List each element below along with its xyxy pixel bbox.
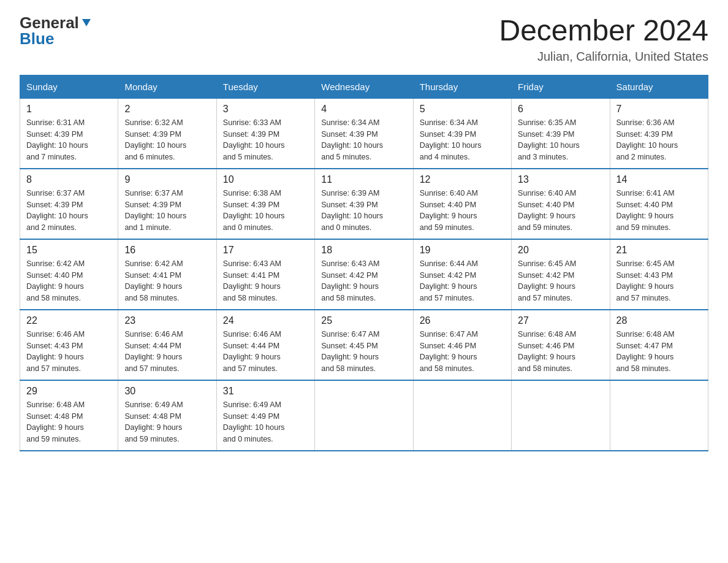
calendar-cell: 26Sunrise: 6:47 AMSunset: 4:46 PMDayligh…	[413, 310, 511, 380]
calendar-cell: 5Sunrise: 6:34 AMSunset: 4:39 PMDaylight…	[413, 98, 511, 169]
day-number: 17	[223, 245, 308, 256]
location-title: Julian, California, United States	[499, 50, 708, 64]
calendar-body: 1Sunrise: 6:31 AMSunset: 4:39 PMDaylight…	[20, 98, 708, 451]
day-number: 27	[518, 315, 603, 326]
day-number: 20	[518, 245, 603, 256]
day-info: Sunrise: 6:46 AMSunset: 4:44 PMDaylight:…	[223, 329, 308, 375]
calendar-cell: 19Sunrise: 6:44 AMSunset: 4:42 PMDayligh…	[413, 239, 511, 310]
day-info: Sunrise: 6:32 AMSunset: 4:39 PMDaylight:…	[124, 117, 210, 163]
calendar-cell: 16Sunrise: 6:42 AMSunset: 4:41 PMDayligh…	[118, 239, 216, 310]
calendar-cell: 7Sunrise: 6:36 AMSunset: 4:39 PMDaylight…	[610, 98, 708, 169]
day-info: Sunrise: 6:40 AMSunset: 4:40 PMDaylight:…	[518, 188, 603, 234]
col-sunday: Sunday	[20, 75, 118, 98]
calendar-cell: 6Sunrise: 6:35 AMSunset: 4:39 PMDaylight…	[512, 98, 610, 169]
calendar-cell: 23Sunrise: 6:46 AMSunset: 4:44 PMDayligh…	[118, 310, 216, 380]
calendar-cell: 22Sunrise: 6:46 AMSunset: 4:43 PMDayligh…	[20, 310, 118, 380]
day-info: Sunrise: 6:43 AMSunset: 4:42 PMDaylight:…	[321, 258, 406, 304]
title-section: December 2024 Julian, California, United…	[499, 15, 708, 64]
col-friday: Friday	[512, 75, 610, 98]
day-info: Sunrise: 6:45 AMSunset: 4:43 PMDaylight:…	[616, 258, 702, 304]
calendar-cell: 12Sunrise: 6:40 AMSunset: 4:40 PMDayligh…	[413, 169, 511, 239]
day-info: Sunrise: 6:48 AMSunset: 4:46 PMDaylight:…	[518, 329, 603, 375]
day-number: 12	[420, 174, 505, 185]
logo: General Blue	[20, 15, 92, 47]
calendar-cell	[315, 380, 413, 451]
calendar-cell	[610, 380, 708, 451]
calendar-cell	[413, 380, 511, 451]
calendar-cell: 11Sunrise: 6:39 AMSunset: 4:39 PMDayligh…	[315, 169, 413, 239]
day-number: 19	[420, 245, 505, 256]
day-number: 2	[124, 104, 210, 115]
day-info: Sunrise: 6:49 AMSunset: 4:48 PMDaylight:…	[124, 399, 210, 445]
logo-general-text: General	[20, 15, 79, 31]
day-info: Sunrise: 6:34 AMSunset: 4:39 PMDaylight:…	[420, 117, 505, 163]
day-number: 10	[223, 174, 308, 185]
calendar-cell: 13Sunrise: 6:40 AMSunset: 4:40 PMDayligh…	[512, 169, 610, 239]
day-number: 31	[223, 386, 308, 397]
calendar-cell: 27Sunrise: 6:48 AMSunset: 4:46 PMDayligh…	[512, 310, 610, 380]
day-info: Sunrise: 6:31 AMSunset: 4:39 PMDaylight:…	[26, 117, 112, 163]
day-number: 25	[321, 315, 406, 326]
calendar-cell: 28Sunrise: 6:48 AMSunset: 4:47 PMDayligh…	[610, 310, 708, 380]
day-info: Sunrise: 6:47 AMSunset: 4:46 PMDaylight:…	[420, 329, 505, 375]
calendar-cell: 2Sunrise: 6:32 AMSunset: 4:39 PMDaylight…	[118, 98, 216, 169]
calendar-cell: 4Sunrise: 6:34 AMSunset: 4:39 PMDaylight…	[315, 98, 413, 169]
svg-marker-0	[82, 19, 91, 26]
day-number: 21	[616, 245, 702, 256]
day-number: 23	[124, 315, 210, 326]
month-title: December 2024	[499, 15, 708, 47]
day-info: Sunrise: 6:39 AMSunset: 4:39 PMDaylight:…	[321, 188, 406, 234]
day-number: 5	[420, 104, 505, 115]
day-number: 22	[26, 315, 112, 326]
day-info: Sunrise: 6:48 AMSunset: 4:47 PMDaylight:…	[616, 329, 702, 375]
calendar-cell: 31Sunrise: 6:49 AMSunset: 4:49 PMDayligh…	[216, 380, 314, 451]
calendar-table: Sunday Monday Tuesday Wednesday Thursday…	[20, 75, 708, 451]
day-number: 15	[26, 245, 112, 256]
day-info: Sunrise: 6:46 AMSunset: 4:44 PMDaylight:…	[124, 329, 210, 375]
day-number: 29	[26, 386, 112, 397]
calendar-cell: 1Sunrise: 6:31 AMSunset: 4:39 PMDaylight…	[20, 98, 118, 169]
day-number: 14	[616, 174, 702, 185]
calendar-cell: 21Sunrise: 6:45 AMSunset: 4:43 PMDayligh…	[610, 239, 708, 310]
calendar-cell: 17Sunrise: 6:43 AMSunset: 4:41 PMDayligh…	[216, 239, 314, 310]
col-thursday: Thursday	[413, 75, 511, 98]
day-info: Sunrise: 6:36 AMSunset: 4:39 PMDaylight:…	[616, 117, 702, 163]
calendar-week-4: 22Sunrise: 6:46 AMSunset: 4:43 PMDayligh…	[20, 310, 708, 380]
calendar-cell: 14Sunrise: 6:41 AMSunset: 4:40 PMDayligh…	[610, 169, 708, 239]
calendar-cell: 25Sunrise: 6:47 AMSunset: 4:45 PMDayligh…	[315, 310, 413, 380]
logo-line1: General	[20, 15, 92, 31]
calendar-cell: 20Sunrise: 6:45 AMSunset: 4:42 PMDayligh…	[512, 239, 610, 310]
calendar-cell: 15Sunrise: 6:42 AMSunset: 4:40 PMDayligh…	[20, 239, 118, 310]
day-number: 9	[124, 174, 210, 185]
day-info: Sunrise: 6:37 AMSunset: 4:39 PMDaylight:…	[124, 188, 210, 234]
calendar-week-1: 1Sunrise: 6:31 AMSunset: 4:39 PMDaylight…	[20, 98, 708, 169]
day-info: Sunrise: 6:38 AMSunset: 4:39 PMDaylight:…	[223, 188, 308, 234]
page-header: General Blue December 2024 Julian, Calif…	[20, 15, 708, 64]
day-number: 30	[124, 386, 210, 397]
day-number: 26	[420, 315, 505, 326]
header-row: Sunday Monday Tuesday Wednesday Thursday…	[20, 75, 708, 98]
calendar-cell: 29Sunrise: 6:48 AMSunset: 4:48 PMDayligh…	[20, 380, 118, 451]
day-number: 3	[223, 104, 308, 115]
day-info: Sunrise: 6:49 AMSunset: 4:49 PMDaylight:…	[223, 399, 308, 445]
day-number: 7	[616, 104, 702, 115]
calendar-cell: 8Sunrise: 6:37 AMSunset: 4:39 PMDaylight…	[20, 169, 118, 239]
day-number: 8	[26, 174, 112, 185]
calendar-header: Sunday Monday Tuesday Wednesday Thursday…	[20, 75, 708, 98]
col-saturday: Saturday	[610, 75, 708, 98]
col-wednesday: Wednesday	[315, 75, 413, 98]
day-info: Sunrise: 6:37 AMSunset: 4:39 PMDaylight:…	[26, 188, 112, 234]
calendar-cell: 30Sunrise: 6:49 AMSunset: 4:48 PMDayligh…	[118, 380, 216, 451]
day-info: Sunrise: 6:33 AMSunset: 4:39 PMDaylight:…	[223, 117, 308, 163]
day-number: 24	[223, 315, 308, 326]
day-info: Sunrise: 6:42 AMSunset: 4:41 PMDaylight:…	[124, 258, 210, 304]
day-number: 28	[616, 315, 702, 326]
calendar-cell	[512, 380, 610, 451]
day-number: 11	[321, 174, 406, 185]
calendar-week-3: 15Sunrise: 6:42 AMSunset: 4:40 PMDayligh…	[20, 239, 708, 310]
logo-blue-text: Blue	[20, 31, 54, 47]
calendar-cell: 18Sunrise: 6:43 AMSunset: 4:42 PMDayligh…	[315, 239, 413, 310]
day-number: 6	[518, 104, 603, 115]
day-info: Sunrise: 6:46 AMSunset: 4:43 PMDaylight:…	[26, 329, 112, 375]
col-tuesday: Tuesday	[216, 75, 314, 98]
